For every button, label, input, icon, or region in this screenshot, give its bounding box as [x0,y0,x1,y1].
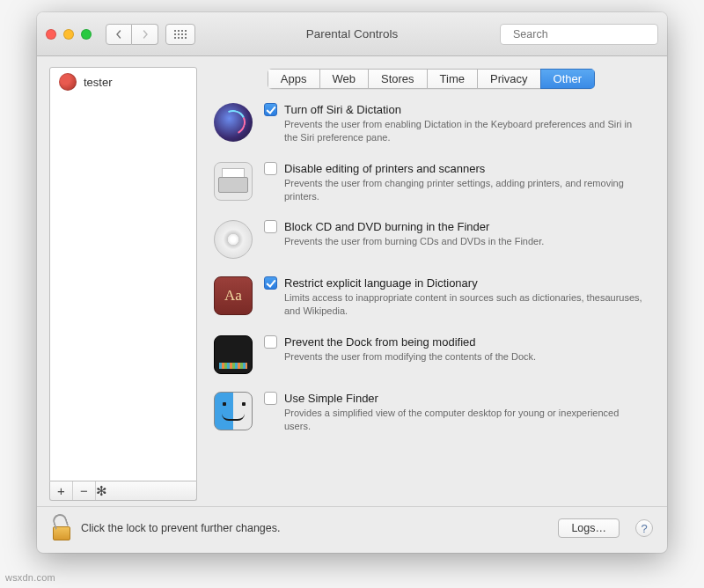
lock-hint: Click the lock to prevent further change… [81,522,549,534]
nav-back-forward [106,24,158,45]
minimize-button[interactable] [63,29,74,40]
option-row: Turn off Siri & DictationPrevents the us… [211,103,646,144]
option-title: Disable editing of printers and scanners [284,162,485,175]
options-list: Turn off Siri & DictationPrevents the us… [208,96,655,501]
option-checkbox[interactable] [264,220,277,233]
zoom-button[interactable] [81,29,92,40]
avatar [59,73,77,91]
disc-icon [211,220,255,259]
back-button[interactable] [106,24,132,45]
forward-button[interactable] [132,24,158,45]
tab-bar: AppsWebStoresTimePrivacyOther [208,67,655,96]
window-body: tester + − ✻ AppsWebStoresTimePrivacyOth… [37,56,667,553]
user-name: tester [84,76,113,89]
grid-icon [174,30,187,39]
option-title: Use Simple Finder [284,392,378,405]
settings-panel: AppsWebStoresTimePrivacyOther Turn off S… [208,67,655,501]
tab-web[interactable]: Web [319,69,369,89]
printer-icon [211,162,255,203]
watermark: wsxdn.com [5,572,55,583]
siri-icon [211,103,255,144]
tab-segmented-control: AppsWebStoresTimePrivacyOther [268,69,595,89]
help-button[interactable]: ? [635,519,653,537]
option-title: Block CD and DVD burning in the Finder [284,220,489,233]
option-description: Prevents the user from enabling Dictatio… [264,118,646,144]
option-description: Provides a simplified view of the comput… [264,407,646,433]
preferences-window: Parental Controls tester + − ✻ [37,12,667,553]
option-row: Disable editing of printers and scanners… [211,162,646,203]
option-row: Use Simple FinderProvides a simplified v… [211,392,646,433]
option-checkbox[interactable] [264,103,277,116]
option-checkbox[interactable] [264,162,277,175]
option-title: Turn off Siri & Dictation [284,103,401,116]
close-button[interactable] [46,29,56,40]
option-title: Prevent the Dock from being modified [284,335,476,349]
user-list-toolbar: + − ✻ [49,481,197,501]
user-row[interactable]: tester [50,68,196,96]
search-field[interactable] [500,24,658,45]
option-description: Prevents the user from changing printer … [264,177,646,203]
user-sidebar: tester + − ✻ [49,67,197,501]
tab-apps[interactable]: Apps [268,69,319,89]
dictionary-icon: Aa [211,276,255,318]
lock-icon[interactable] [51,516,72,540]
user-list[interactable]: tester [49,67,197,481]
option-description: Limits access to inappropriate content i… [264,291,646,318]
dock-icon [211,335,255,374]
option-description: Prevents the user from modifying the con… [264,350,646,364]
option-row: Block CD and DVD burning in the FinderPr… [211,220,646,259]
chevron-right-icon [141,30,150,39]
logs-button[interactable]: Logs… [558,518,620,538]
tab-privacy[interactable]: Privacy [477,69,540,89]
option-checkbox[interactable] [264,276,277,290]
window-toolbar: Parental Controls [37,12,667,56]
show-all-button[interactable] [165,24,195,45]
option-row: Prevent the Dock from being modifiedPrev… [211,335,646,374]
user-action-menu[interactable]: ✻ [96,481,107,500]
tab-time[interactable]: Time [427,69,477,89]
footer: Click the lock to prevent further change… [37,506,667,553]
chevron-left-icon [114,30,123,39]
option-checkbox[interactable] [264,335,277,349]
tab-stores[interactable]: Stores [368,69,427,89]
option-row: AaRestrict explicit language in Dictiona… [211,276,646,318]
option-checkbox[interactable] [264,392,277,405]
tab-other[interactable]: Other [540,69,596,89]
option-description: Prevents the user from burning CDs and D… [264,235,646,248]
add-user-button[interactable]: + [50,481,73,500]
option-title: Restrict explicit language in Dictionary [284,276,478,290]
search-input[interactable] [513,28,651,40]
content-area: tester + − ✻ AppsWebStoresTimePrivacyOth… [37,56,667,506]
window-controls [46,29,92,40]
remove-user-button[interactable]: − [73,481,96,500]
finder-icon [211,392,255,433]
